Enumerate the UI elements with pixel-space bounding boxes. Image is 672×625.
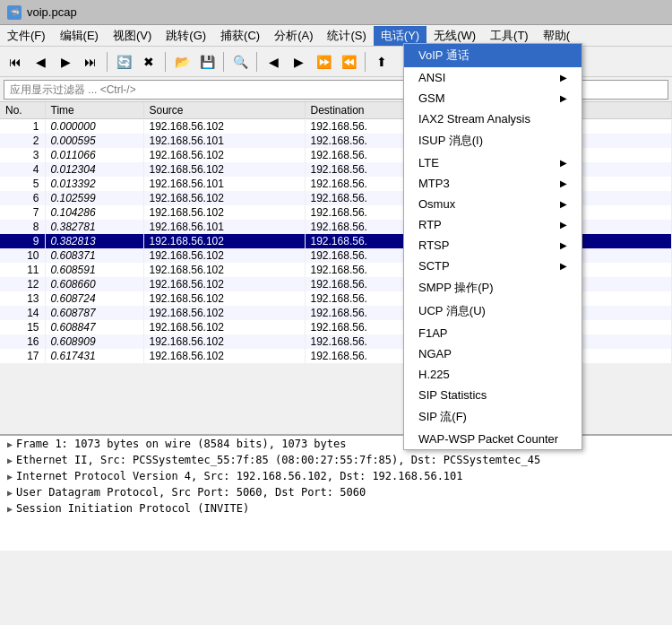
detail-row[interactable]: ▶Internet Protocol Version 4, Src: 192.1… <box>0 468 672 484</box>
cell-time: 0.011066 <box>45 148 143 162</box>
menu-item-gsm[interactable]: GSM▶ <box>404 88 582 109</box>
cell-no: 1 <box>0 119 45 135</box>
toolbar-btn-15[interactable]: ⏩ <box>312 50 335 74</box>
menu-item-label: SIP Statistics <box>418 388 487 402</box>
cell-no: 13 <box>0 291 45 306</box>
cell-time: 0.608909 <box>45 334 143 349</box>
toolbar-btn-0[interactable]: ⏮ <box>4 50 27 74</box>
menu-item-analyze[interactable]: 分析(A) <box>267 26 320 46</box>
cell-time: 0.608724 <box>45 291 143 306</box>
toolbar-btn-11[interactable]: 🔍 <box>228 50 252 74</box>
title-bar: 🦈 voip.pcap <box>0 0 672 25</box>
toolbar-btn-8[interactable]: 📂 <box>170 50 194 74</box>
toolbar-btn-6[interactable]: ✖ <box>137 50 160 74</box>
menu-item-voip[interactable]: VoIP 通话 <box>404 44 582 67</box>
menu-item-label: IAX2 Stream Analysis <box>418 112 530 126</box>
menu-item-ansi[interactable]: ANSI▶ <box>404 67 582 88</box>
menu-item-capture[interactable]: 捕获(C) <box>213 26 267 46</box>
toolbar-btn-18[interactable]: ⬆ <box>370 50 393 74</box>
toolbar-separator <box>365 52 366 72</box>
toolbar-separator <box>165 52 166 72</box>
menu-item-sip-flow[interactable]: SIP 流(F) <box>404 405 582 429</box>
menu-item-wap[interactable]: WAP-WSP Packet Counter <box>404 429 582 449</box>
toolbar-btn-9[interactable]: 💾 <box>195 50 219 74</box>
col-no: No. <box>0 102 45 119</box>
cell-no: 2 <box>0 134 45 148</box>
detail-text: Frame 1: 1073 bytes on wire (8584 bits),… <box>16 438 346 450</box>
toolbar-btn-2[interactable]: ▶ <box>54 50 77 74</box>
menu-item-ngap[interactable]: NGAP <box>404 343 582 364</box>
menu-item-label: Osmux <box>418 197 455 211</box>
toolbar-btn-16[interactable]: ⏪ <box>337 50 360 74</box>
menu-item-smpp[interactable]: SMPP 操作(P) <box>404 276 582 299</box>
submenu-arrow-icon: ▶ <box>560 199 567 209</box>
menu-item-sctp[interactable]: SCTP▶ <box>404 256 582 276</box>
menu-item-goto[interactable]: 跳转(G) <box>159 26 213 46</box>
menu-item-ucp[interactable]: UCP 消息(U) <box>404 299 582 323</box>
menu-item-mtp3[interactable]: MTP3▶ <box>404 173 582 194</box>
menu-item-file[interactable]: 文件(F) <box>0 26 53 46</box>
expand-icon: ▶ <box>7 488 13 498</box>
cell-src: 192.168.56.102 <box>143 277 305 291</box>
cell-time: 0.608660 <box>45 277 143 291</box>
cell-no: 3 <box>0 148 45 162</box>
detail-text: Ethernet II, Src: PCSSystemtec_55:7f:85 … <box>16 454 540 466</box>
detail-text: Internet Protocol Version 4, Src: 192.16… <box>16 470 463 482</box>
toolbar-separator <box>256 52 257 72</box>
menu-item-sip-stats[interactable]: SIP Statistics <box>404 385 582 405</box>
menu-item-osmux[interactable]: Osmux▶ <box>404 194 582 214</box>
cell-src: 192.168.56.102 <box>143 349 305 363</box>
cell-time: 0.608591 <box>45 263 143 277</box>
menu-item-view[interactable]: 视图(V) <box>106 26 159 46</box>
submenu-arrow-icon: ▶ <box>560 73 567 82</box>
menu-item-lte[interactable]: LTE▶ <box>404 152 582 173</box>
col-src: Source <box>143 102 305 119</box>
toolbar-btn-14[interactable]: ▶ <box>287 50 310 74</box>
menu-item-label: UCP 消息(U) <box>418 303 486 319</box>
toolbar-btn-13[interactable]: ◀ <box>262 50 285 74</box>
detail-text: User Datagram Protocol, Src Port: 5060, … <box>16 486 366 499</box>
toolbar-btn-3[interactable]: ⏭ <box>79 50 102 74</box>
menu-item-label: RTSP <box>418 239 449 252</box>
col-time: Time <box>45 102 143 119</box>
submenu-arrow-icon: ▶ <box>560 261 567 271</box>
app-icon: 🦈 <box>7 5 22 20</box>
cell-time: 0.000595 <box>45 134 143 148</box>
phone-menu-dropdown[interactable]: VoIP 通话ANSI▶GSM▶IAX2 Stream AnalysisISUP… <box>403 43 582 450</box>
menu-item-h225[interactable]: H.225 <box>404 364 582 385</box>
cell-time: 0.000000 <box>45 119 143 135</box>
cell-src: 192.168.56.102 <box>143 291 305 306</box>
menu-item-rtp[interactable]: RTP▶ <box>404 214 582 235</box>
menu-item-label: MTP3 <box>418 177 450 190</box>
menu-item-isup[interactable]: ISUP 消息(I) <box>404 129 582 152</box>
cell-time: 0.617431 <box>45 349 143 363</box>
menu-item-label: SCTP <box>418 259 450 273</box>
cell-no: 17 <box>0 349 45 363</box>
cell-no: 7 <box>0 205 45 220</box>
cell-src: 192.168.56.102 <box>143 306 305 320</box>
cell-src: 192.168.56.102 <box>143 234 305 248</box>
menu-item-stats[interactable]: 统计(S) <box>320 26 373 46</box>
expand-icon: ▶ <box>7 472 13 482</box>
toolbar-btn-1[interactable]: ◀ <box>29 50 52 74</box>
submenu-arrow-icon: ▶ <box>560 178 567 188</box>
menu-item-f1ap[interactable]: F1AP <box>404 323 582 343</box>
menu-item-rtsp[interactable]: RTSP▶ <box>404 235 582 256</box>
cell-src: 192.168.56.101 <box>143 177 305 191</box>
menu-item-label: WAP-WSP Packet Counter <box>418 432 558 446</box>
menu-item-label: F1AP <box>418 326 448 340</box>
cell-src: 192.168.56.101 <box>143 220 305 234</box>
toolbar-btn-5[interactable]: 🔄 <box>112 50 135 74</box>
cell-src: 192.168.56.102 <box>143 263 305 277</box>
cell-time: 0.382781 <box>45 220 143 234</box>
detail-row[interactable]: ▶Ethernet II, Src: PCSSystemtec_55:7f:85… <box>0 452 672 468</box>
cell-no: 4 <box>0 162 45 177</box>
cell-src: 192.168.56.102 <box>143 205 305 220</box>
detail-row[interactable]: ▶Session Initiation Protocol (INVITE) <box>0 500 672 516</box>
menu-item-edit[interactable]: 编辑(E) <box>53 26 106 46</box>
detail-row[interactable]: ▶User Datagram Protocol, Src Port: 5060,… <box>0 484 672 500</box>
menu-item-iax2[interactable]: IAX2 Stream Analysis <box>404 109 582 129</box>
cell-src: 192.168.56.101 <box>143 134 305 148</box>
submenu-arrow-icon: ▶ <box>560 93 567 103</box>
menu-item-label: SMPP 操作(P) <box>418 280 494 296</box>
